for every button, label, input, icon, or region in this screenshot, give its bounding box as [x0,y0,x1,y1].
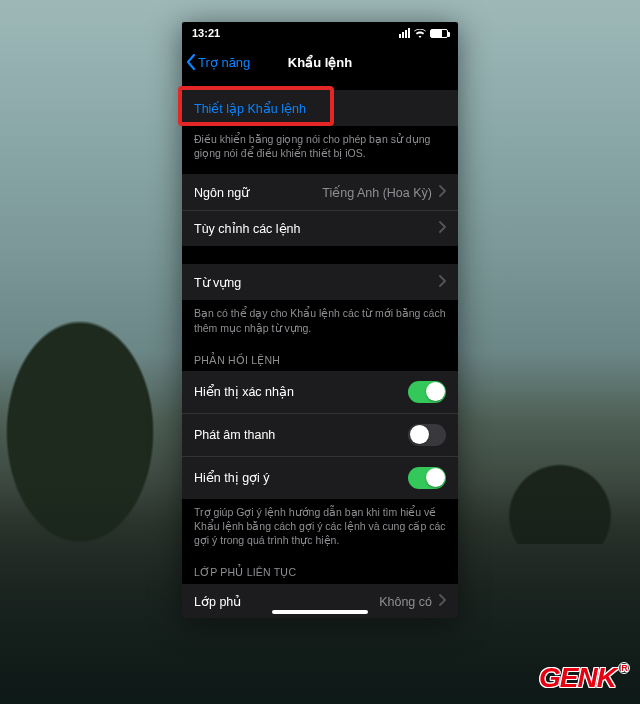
play-sound-cell: Phát âm thanh [182,413,458,456]
show-hints-cell: Hiển thị gợi ý [182,456,458,499]
confirm-label: Hiển thị xác nhận [194,384,294,399]
chevron-right-icon [438,275,446,290]
page-title: Khẩu lệnh [288,55,352,70]
battery-icon [430,29,448,38]
show-confirmation-toggle[interactable] [408,381,446,403]
hints-footer: Trợ giúp Gợi ý lệnh hướng dẫn bạn khi tì… [182,499,458,552]
feedback-header: PHẢN HỒI LỆNH [182,339,458,371]
chevron-right-icon [438,594,446,609]
vocab-footer: Bạn có thể dạy cho Khẩu lệnh các từ mới … [182,300,458,338]
language-cell[interactable]: Ngôn ngữ Tiếng Anh (Hoa Kỳ) [182,174,458,210]
language-label: Ngôn ngữ [194,185,249,200]
overlay-label: Lớp phủ [194,594,241,609]
cellular-icon [399,28,410,38]
back-button[interactable]: Trợ năng [186,44,250,80]
hints-label: Hiển thị gợi ý [194,470,270,485]
phone-frame: 13:21 Trợ năng Khẩu lệnh Thiết lập Khẩu … [182,22,458,618]
customize-label: Tùy chỉnh các lệnh [194,221,301,236]
sound-label: Phát âm thanh [194,428,275,442]
show-confirmation-cell: Hiển thị xác nhận [182,371,458,413]
show-hints-toggle[interactable] [408,467,446,489]
site-logo: GENKR [539,662,630,694]
status-bar: 13:21 [182,22,458,44]
chevron-left-icon [186,54,196,70]
play-sound-toggle[interactable] [408,424,446,446]
back-label: Trợ năng [198,55,250,70]
overlay-value: Không có [379,595,432,609]
wifi-icon [414,29,426,38]
vocabulary-label: Từ vựng [194,275,241,290]
setup-label: Thiết lập Khẩu lệnh [194,101,306,116]
setup-footer: Điều khiển bằng giọng nói cho phép bạn s… [182,126,458,164]
overlay-header: LỚP PHỦ LIÊN TỤC [182,551,458,583]
setup-voice-control-cell[interactable]: Thiết lập Khẩu lệnh [182,90,458,126]
home-indicator[interactable] [272,610,368,614]
language-value: Tiếng Anh (Hoa Kỳ) [322,185,432,200]
vocabulary-cell[interactable]: Từ vựng [182,264,458,300]
status-time: 13:21 [192,27,220,39]
customize-commands-cell[interactable]: Tùy chỉnh các lệnh [182,210,458,246]
nav-bar: Trợ năng Khẩu lệnh [182,44,458,80]
settings-list[interactable]: Thiết lập Khẩu lệnh Điều khiển bằng giọn… [182,80,458,618]
chevron-right-icon [438,221,446,236]
chevron-right-icon [438,185,446,200]
